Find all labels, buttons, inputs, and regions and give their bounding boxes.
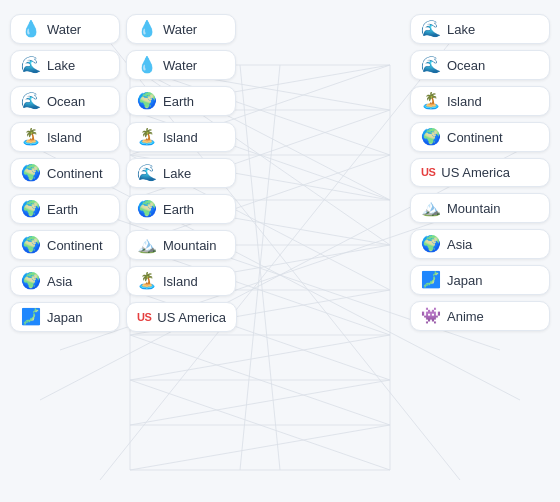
continent-label-right: Continent <box>447 130 503 145</box>
anime-label-right: Anime <box>447 309 484 324</box>
water-icon-3: 💧 <box>137 57 157 73</box>
tag-water-1[interactable]: 💧 Water <box>10 14 120 44</box>
tag-japan-1[interactable]: 🗾 Japan <box>10 302 120 332</box>
mountain-icon-1: 🏔️ <box>137 237 157 253</box>
island-icon-right: 🏝️ <box>421 93 441 109</box>
earth-label-3: Earth <box>163 202 194 217</box>
left-row-1: 💧 Water 💧 Water <box>10 14 270 44</box>
left-row-8: 🌍 Asia 🏝️ Island <box>10 266 270 296</box>
water-label-1: Water <box>47 22 81 37</box>
earth-label-2: Earth <box>47 202 78 217</box>
earth-icon-2: 🌍 <box>21 201 41 217</box>
left-row-3: 🌊 Ocean 🌍 Earth <box>10 86 270 116</box>
continent-icon-right: 🌍 <box>421 129 441 145</box>
island-label-1: Island <box>47 130 82 145</box>
us-icon-right: US <box>421 167 435 178</box>
japan-label-right: Japan <box>447 273 482 288</box>
asia-icon-1: 🌍 <box>21 273 41 289</box>
tag-mountain-1[interactable]: 🏔️ Mountain <box>126 230 236 260</box>
mountain-label-right: Mountain <box>447 201 500 216</box>
ocean-icon-1: 🌊 <box>21 93 41 109</box>
tag-anime-right[interactable]: 👾 Anime <box>410 301 550 331</box>
japan-label-1: Japan <box>47 310 82 325</box>
mountain-label-1: Mountain <box>163 238 216 253</box>
tag-earth-3[interactable]: 🌍 Earth <box>126 194 236 224</box>
tag-lake-2[interactable]: 🌊 Lake <box>126 158 236 188</box>
us-america-label-1: US America <box>157 310 226 325</box>
japan-icon-right: 🗾 <box>421 272 441 288</box>
island-icon-3: 🏝️ <box>137 273 157 289</box>
island-icon-2: 🏝️ <box>137 129 157 145</box>
tag-us-america-right[interactable]: US US America <box>410 158 550 187</box>
us-icon-1: US <box>137 312 151 323</box>
tag-water-2[interactable]: 💧 Water <box>126 14 236 44</box>
continent-label-1: Continent <box>47 166 103 181</box>
tag-continent-right[interactable]: 🌍 Continent <box>410 122 550 152</box>
left-row-7: 🌍 Continent 🏔️ Mountain <box>10 230 270 260</box>
left-row-6: 🌍 Earth 🌍 Earth <box>10 194 270 224</box>
tag-island-2[interactable]: 🏝️ Island <box>126 122 236 152</box>
island-label-right: Island <box>447 94 482 109</box>
ocean-label-1: Ocean <box>47 94 85 109</box>
water-icon-1: 💧 <box>21 21 41 37</box>
island-label-3: Island <box>163 274 198 289</box>
island-label-2: Island <box>163 130 198 145</box>
tag-us-america-1[interactable]: US US America <box>126 302 237 332</box>
lake-label-right: Lake <box>447 22 475 37</box>
asia-label-1: Asia <box>47 274 72 289</box>
tag-lake-right[interactable]: 🌊 Lake <box>410 14 550 44</box>
continent-label-2: Continent <box>47 238 103 253</box>
lake-icon-1: 🌊 <box>21 57 41 73</box>
earth-icon-3: 🌍 <box>137 201 157 217</box>
left-row-5: 🌍 Continent 🌊 Lake <box>10 158 270 188</box>
tag-japan-right[interactable]: 🗾 Japan <box>410 265 550 295</box>
tag-island-1[interactable]: 🏝️ Island <box>10 122 120 152</box>
asia-label-right: Asia <box>447 237 472 252</box>
us-america-label-right: US America <box>441 165 510 180</box>
earth-label-1: Earth <box>163 94 194 109</box>
left-column: 💧 Water 💧 Water 🌊 Lake 💧 Water 🌊 Ocea <box>10 14 270 332</box>
earth-icon-1: 🌍 <box>137 93 157 109</box>
tag-asia-1[interactable]: 🌍 Asia <box>10 266 120 296</box>
tag-continent-2[interactable]: 🌍 Continent <box>10 230 120 260</box>
tag-earth-2[interactable]: 🌍 Earth <box>10 194 120 224</box>
tag-asia-right[interactable]: 🌍 Asia <box>410 229 550 259</box>
mountain-icon-right: 🏔️ <box>421 200 441 216</box>
water-label-3: Water <box>163 58 197 73</box>
tag-lake-1[interactable]: 🌊 Lake <box>10 50 120 80</box>
ocean-label-right: Ocean <box>447 58 485 73</box>
anime-icon-right: 👾 <box>421 308 441 324</box>
right-column: 🌊 Lake 🌊 Ocean 🏝️ Island 🌍 Continent US … <box>410 14 550 331</box>
tag-water-3[interactable]: 💧 Water <box>126 50 236 80</box>
continent-icon-1: 🌍 <box>21 165 41 181</box>
lake-label-1: Lake <box>47 58 75 73</box>
asia-icon-right: 🌍 <box>421 236 441 252</box>
continent-icon-2: 🌍 <box>21 237 41 253</box>
tag-ocean-1[interactable]: 🌊 Ocean <box>10 86 120 116</box>
tag-earth-1[interactable]: 🌍 Earth <box>126 86 236 116</box>
lake-icon-2: 🌊 <box>137 165 157 181</box>
tag-island-3[interactable]: 🏝️ Island <box>126 266 236 296</box>
tag-mountain-right[interactable]: 🏔️ Mountain <box>410 193 550 223</box>
tag-continent-1[interactable]: 🌍 Continent <box>10 158 120 188</box>
ocean-icon-right: 🌊 <box>421 57 441 73</box>
japan-icon-1: 🗾 <box>21 309 41 325</box>
lake-icon-right: 🌊 <box>421 21 441 37</box>
lake-label-2: Lake <box>163 166 191 181</box>
tag-island-right[interactable]: 🏝️ Island <box>410 86 550 116</box>
island-icon-1: 🏝️ <box>21 129 41 145</box>
left-row-4: 🏝️ Island 🏝️ Island <box>10 122 270 152</box>
left-row-2: 🌊 Lake 💧 Water <box>10 50 270 80</box>
water-icon-2: 💧 <box>137 21 157 37</box>
left-row-9: 🗾 Japan US US America <box>10 302 270 332</box>
tag-ocean-right[interactable]: 🌊 Ocean <box>410 50 550 80</box>
water-label-2: Water <box>163 22 197 37</box>
